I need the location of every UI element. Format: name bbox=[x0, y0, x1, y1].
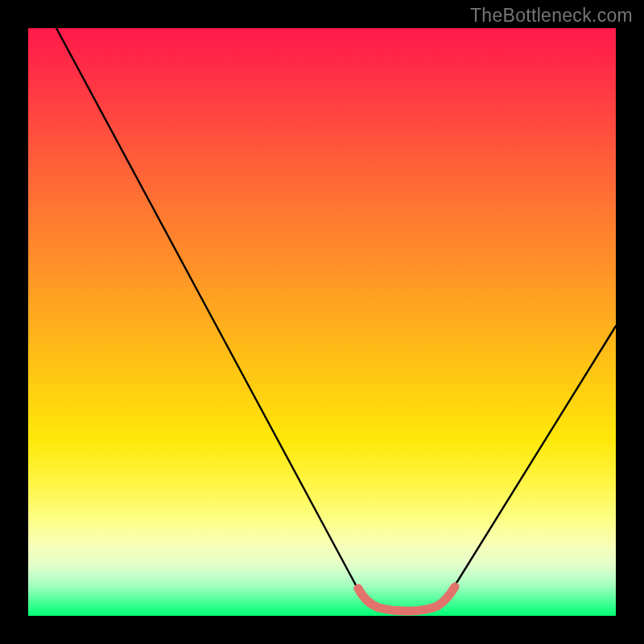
optimal-zone-marker bbox=[358, 587, 455, 611]
bottleneck-curve bbox=[28, 28, 616, 616]
chart-frame: TheBottleneck.com bbox=[0, 0, 644, 644]
watermark-text: TheBottleneck.com bbox=[470, 5, 633, 27]
plot-area bbox=[28, 28, 616, 616]
curve-path bbox=[56, 28, 616, 610]
